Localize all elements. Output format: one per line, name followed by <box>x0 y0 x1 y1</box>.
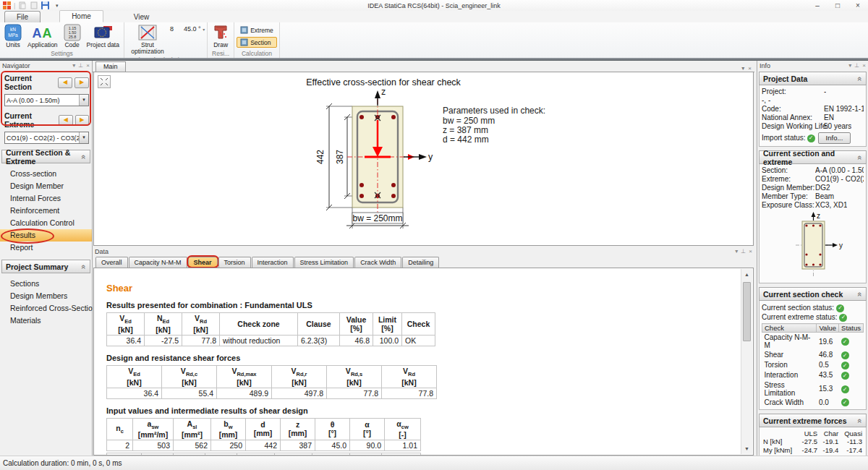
tab-label: Torsion <box>224 259 245 266</box>
nav-item-reinforcement[interactable]: Reinforcement <box>0 205 92 217</box>
paste-icon[interactable] <box>29 1 38 10</box>
next-section-button[interactable]: ▶ <box>75 77 89 88</box>
tab-shear[interactable]: Shear <box>188 257 218 268</box>
close-button[interactable]: × <box>848 1 868 11</box>
zoom-fit-button[interactable] <box>98 75 111 88</box>
column-header: Value <box>817 324 839 333</box>
drawing-canvas[interactable]: Effective cross-section for shear check <box>93 72 754 246</box>
tab-interaction[interactable]: Interaction <box>252 257 294 268</box>
nav-section-header-current[interactable]: Current Section & Extreme « <box>1 150 90 163</box>
check-value-cell: 46.8 <box>817 350 839 360</box>
units-button[interactable]: kNMPa Units <box>2 23 24 49</box>
check-status-cell: ✓ <box>839 360 864 370</box>
dim-442-label: 442 <box>315 150 326 164</box>
project-data-button[interactable]: Project data <box>85 23 122 49</box>
tab-detailing[interactable]: Detailing <box>402 257 439 268</box>
info-row-label: Extreme: <box>762 175 815 184</box>
info-button[interactable]: Info... <box>818 132 851 144</box>
tab-home[interactable]: Home <box>59 10 103 22</box>
prev-section-button[interactable]: ◀ <box>58 77 72 88</box>
tab-stress-limitation[interactable]: Stress Limitation <box>294 257 354 268</box>
info-row-label: Section: <box>762 166 815 175</box>
column-header: VRd,c[kN] <box>162 365 217 388</box>
nav-section-header-summary[interactable]: Project Summary « <box>1 260 90 273</box>
project-data-header[interactable]: Project Data « <box>759 72 867 85</box>
info-row-label: Exposure Class: <box>762 201 815 210</box>
draw-button[interactable]: Draw <box>210 23 231 49</box>
prev-extreme-button[interactable]: ◀ <box>59 115 72 126</box>
ribbon-group-settings: kNMPa Units AA Application 1.151.5025.8 … <box>0 22 124 58</box>
info-row-label: Project: <box>762 87 824 96</box>
column-header: CRd,c[-] <box>107 453 142 455</box>
application-button[interactable]: AA Application <box>25 23 60 49</box>
group-label-settings: Settings <box>2 50 122 58</box>
dropdown-icon: ▾ <box>79 95 88 106</box>
panel-menu-icon[interactable]: ▾ <box>735 248 738 255</box>
tab-main[interactable]: Main <box>95 61 126 72</box>
nav-item-label: Internal Forces <box>10 194 61 202</box>
current-section-extreme-header[interactable]: Current section and extreme « <box>759 150 867 164</box>
toolbar-options-icon[interactable]: ▾ <box>52 1 61 10</box>
nav-item-design-member[interactable]: Design Member <box>0 180 92 192</box>
maximize-button[interactable]: □ <box>827 1 848 11</box>
panel-close-icon[interactable]: × <box>86 62 90 69</box>
navigator-panel: Navigator ▾⊥× Current Section ◀ ▶ A-A (0… <box>0 61 93 456</box>
extreme-icon <box>240 26 248 34</box>
current-section-label: Current Section <box>4 74 58 91</box>
nav-item-materials[interactable]: Materials <box>0 315 92 327</box>
panel-close-icon[interactable]: × <box>749 248 752 255</box>
title-bar: | ▾ IDEA StatiCa RCS(64bit) - Scia_engin… <box>0 0 868 11</box>
section-icon <box>240 38 248 46</box>
cell: 387 <box>281 440 315 451</box>
scrollbar-thumb[interactable] <box>743 282 751 341</box>
strut-count-field[interactable]: 8 <box>170 25 174 33</box>
nav-item-calculation-control[interactable]: Calculation Control <box>0 217 92 229</box>
tab-crack-width[interactable]: Crack Width <box>354 257 401 268</box>
extreme-button[interactable]: Extreme <box>237 25 277 35</box>
code-button[interactable]: 1.151.5025.8 Code <box>61 23 83 49</box>
tab-view[interactable]: View <box>122 12 161 22</box>
panel-pin-icon[interactable]: ⊥ <box>78 62 83 69</box>
current-extreme-dropdown[interactable]: CO1(9) - CO2(2) - CO3(23) - CO ▾ <box>4 132 89 144</box>
vertical-scrollbar[interactable]: ▲ ▼ <box>741 269 752 454</box>
panel-close-icon[interactable]: × <box>862 62 866 69</box>
scroll-up-icon[interactable]: ▲ <box>741 269 752 280</box>
check-name-cell: Crack Width <box>762 398 817 408</box>
current-section-check-header[interactable]: Current section check « <box>759 287 867 301</box>
minimize-button[interactable]: – <box>807 1 827 11</box>
current-extreme-forces-header[interactable]: Current extreme forces « <box>759 414 867 427</box>
column-header: VEd[kN] <box>107 313 145 336</box>
check-name-cell: Interaction <box>762 370 817 380</box>
nav-item-results[interactable]: Results <box>0 229 92 242</box>
tab-torsion[interactable]: Torsion <box>218 257 251 268</box>
table-row: 36.455.4489.9497.877.877.8 <box>107 388 437 398</box>
copy-icon[interactable] <box>17 1 27 10</box>
scroll-down-icon[interactable]: ▼ <box>741 443 752 454</box>
strut-optimization-button[interactable]: Strut optimization <box>127 23 169 56</box>
doc-close-icon[interactable]: × <box>748 65 752 72</box>
status-check-icon: ✓ <box>836 304 844 312</box>
cell: 77.8 <box>327 388 382 398</box>
strut-angle-field[interactable]: 45.0 ° ▾ <box>184 25 205 33</box>
nav-item-sections[interactable]: Sections <box>0 278 92 290</box>
tab-file[interactable]: File <box>4 11 41 22</box>
nav-item-cross-section[interactable]: Cross-section <box>0 168 92 180</box>
panel-menu-icon[interactable]: ▾ <box>848 62 851 69</box>
next-extreme-button[interactable]: ▶ <box>75 115 89 126</box>
nav-item-report[interactable]: Report <box>0 242 92 254</box>
nav-item-internal-forces[interactable]: Internal Forces <box>0 192 92 205</box>
column-header: Value[%] <box>340 313 373 336</box>
doc-menu-icon[interactable]: ▾ <box>741 65 744 72</box>
save-icon[interactable] <box>41 1 50 10</box>
tab-capacity-n-m-m[interactable]: Capacity N-M-M <box>129 257 187 268</box>
tab-overall[interactable]: Overall <box>95 257 128 268</box>
current-section-dropdown[interactable]: A-A (0.00 - 1.50m) ▾ <box>4 94 89 106</box>
section-button[interactable]: Section <box>237 37 277 48</box>
nav-item-design-members[interactable]: Design Members <box>0 290 92 302</box>
collapse-icon: « <box>80 154 88 158</box>
ribbon-group-results: Draw Resi... <box>208 22 234 58</box>
nav-item-reinforced-cross-sections[interactable]: Reinforced Cross-Sections <box>0 302 92 315</box>
panel-menu-icon[interactable]: ▾ <box>72 62 75 69</box>
panel-pin-icon[interactable]: ⊥ <box>741 248 746 255</box>
panel-pin-icon[interactable]: ⊥ <box>854 62 859 69</box>
